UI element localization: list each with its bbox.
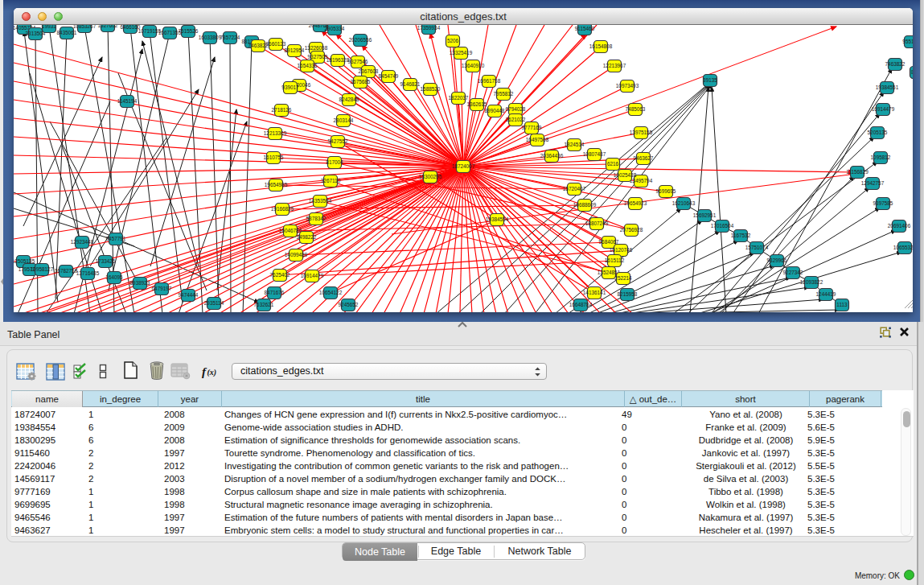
svg-text:7632621: 7632621	[254, 302, 274, 307]
svg-text:16914479: 16914479	[872, 106, 895, 112]
svg-text:9457791: 9457791	[106, 236, 126, 241]
svg-text:19384551: 19384551	[876, 84, 899, 90]
svg-text:7463822: 7463822	[885, 61, 906, 67]
svg-text:7857224: 7857224	[220, 35, 240, 40]
svg-text:1822037: 1822037	[449, 95, 469, 101]
svg-text:1615112: 1615112	[605, 257, 625, 263]
svg-text:7485063: 7485063	[626, 106, 646, 112]
svg-text:19931: 19931	[42, 25, 56, 29]
svg-text:3267110: 3267110	[321, 178, 341, 183]
svg-text:20691406: 20691406	[888, 223, 911, 229]
svg-text:9227342: 9227342	[783, 270, 803, 275]
svg-text:15720407: 15720407	[563, 186, 586, 192]
svg-text:10688609: 10688609	[573, 202, 597, 208]
svg-text:1733426: 1733426	[96, 258, 116, 264]
svg-text:16497568: 16497568	[526, 137, 549, 142]
svg-text:1145194: 1145194	[117, 98, 138, 104]
svg-text:1244419: 1244419	[816, 291, 836, 297]
svg-text:7955812: 7955812	[494, 91, 514, 97]
svg-text:9463627: 9463627	[634, 155, 654, 161]
svg-text:8471676: 8471676	[265, 290, 285, 295]
svg-text:8215958: 8215958	[618, 291, 638, 297]
svg-text:13495794: 13495794	[630, 178, 653, 183]
svg-text:18807249: 18807249	[585, 220, 609, 226]
svg-text:3498222: 3498222	[297, 234, 317, 240]
svg-text:14099489: 14099489	[285, 252, 308, 257]
svg-text:8939: 8939	[911, 69, 913, 75]
svg-text:8454749: 8454749	[379, 73, 399, 79]
svg-text:2718126: 2718126	[272, 107, 292, 113]
svg-text:16120746: 16120746	[610, 247, 633, 253]
svg-text:1824514: 1824514	[565, 142, 585, 147]
svg-text:16961758: 16961758	[478, 78, 501, 84]
svg-text:9327546: 9327546	[348, 59, 368, 64]
svg-text:16154808: 16154808	[589, 43, 613, 49]
svg-text:10025438: 10025438	[614, 172, 637, 178]
svg-text:1113: 1113	[836, 302, 848, 307]
svg-text:19654985: 19654985	[265, 182, 288, 187]
svg-text:13226058: 13226058	[305, 45, 328, 51]
svg-text:1527602: 1527602	[98, 25, 118, 28]
svg-text:9474444: 9474444	[179, 292, 199, 298]
svg-text:9146821: 9146821	[400, 81, 421, 87]
svg-text:16046786: 16046786	[279, 228, 302, 233]
svg-text:13640910: 13640910	[462, 63, 485, 68]
svg-text:18724007: 18724007	[452, 163, 475, 169]
svg-text:9397585: 9397585	[873, 200, 893, 206]
svg-text:12093822: 12093822	[800, 279, 823, 285]
svg-text:8435061: 8435061	[57, 30, 77, 35]
svg-text:12213967: 12213967	[603, 63, 626, 68]
svg-text:9699695: 9699695	[656, 188, 676, 194]
svg-text:18196328: 18196328	[326, 57, 350, 63]
svg-text:13716485: 13716485	[76, 270, 100, 276]
svg-text:20364436: 20364436	[540, 153, 564, 159]
svg-text:12942757: 12942757	[861, 180, 885, 186]
svg-text:20206556: 20206556	[349, 37, 372, 43]
svg-text:252214: 252214	[614, 275, 632, 281]
svg-text:14353594: 14353594	[309, 198, 332, 204]
svg-text:19384554: 19384554	[486, 216, 509, 222]
svg-text:1588520: 1588520	[421, 86, 441, 92]
svg-text:1095812: 1095812	[871, 154, 891, 160]
svg-text:6216: 6216	[607, 161, 619, 167]
svg-text:11156829: 11156829	[846, 169, 869, 175]
svg-text:8242848: 8242848	[339, 97, 359, 102]
svg-text:39135: 39135	[703, 77, 717, 83]
svg-text:16210643: 16210643	[672, 200, 696, 206]
svg-text:1167532: 1167532	[731, 233, 751, 238]
svg-text:8912954: 8912954	[285, 47, 305, 53]
svg-text:7625402: 7625402	[270, 272, 290, 278]
svg-text:9329966: 9329966	[767, 257, 787, 263]
svg-text:16033809: 16033809	[199, 35, 222, 40]
svg-text:10654122: 10654122	[319, 290, 343, 295]
svg-text:1362615: 1362615	[467, 101, 487, 107]
svg-text:16648784: 16648784	[569, 302, 593, 307]
svg-text:2935114: 2935114	[204, 300, 224, 306]
svg-text:9245652: 9245652	[339, 302, 359, 307]
svg-text:955124: 955124	[902, 39, 913, 44]
svg-text:2905334: 2905334	[325, 26, 345, 31]
svg-text:817004: 817004	[326, 159, 343, 165]
svg-text:5206: 5206	[447, 38, 459, 43]
svg-text:8990448: 8990448	[485, 108, 505, 113]
svg-text:9327509: 9327509	[308, 54, 328, 60]
svg-text:15692951: 15692951	[693, 212, 717, 218]
svg-text:18300295: 18300295	[419, 174, 442, 179]
svg-text:1654336: 1654336	[298, 63, 318, 68]
svg-text:9115460: 9115460	[575, 26, 595, 31]
svg-text:19166825: 19166825	[271, 206, 294, 212]
svg-text:12923448: 12923448	[71, 239, 94, 245]
svg-text:10958127: 10958127	[31, 266, 54, 272]
svg-text:5878342: 5878342	[306, 216, 326, 221]
svg-text:5205135: 5205135	[868, 130, 888, 135]
svg-text:6479197: 6479197	[152, 286, 172, 291]
svg-text:8660123: 8660123	[266, 41, 286, 47]
svg-text:9777169: 9777169	[522, 125, 542, 130]
svg-text:19654923: 19654923	[624, 200, 647, 206]
svg-text:3675685: 3675685	[351, 79, 371, 84]
svg-text:6794028: 6794028	[506, 106, 526, 112]
svg-text:14136141: 14136141	[583, 290, 606, 295]
svg-text:2803144: 2803144	[334, 117, 354, 123]
svg-text:(x): (x)	[207, 368, 217, 377]
svg-text:8938923: 8938923	[130, 280, 150, 286]
